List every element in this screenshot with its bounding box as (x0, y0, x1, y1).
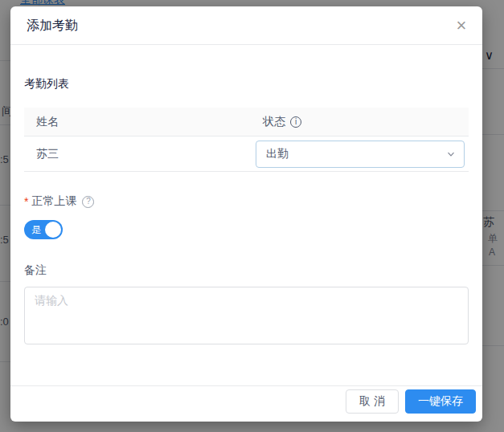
add-attendance-modal: 添加考勤 × 考勤列表 姓名 状态 i 苏三 出勤 (10, 6, 482, 422)
help-icon[interactable]: ? (82, 196, 94, 208)
modal-header: 添加考勤 × (10, 6, 482, 45)
normal-class-label: 正常上课 (31, 194, 76, 209)
close-icon[interactable]: × (452, 16, 471, 35)
chevron-down-icon (446, 149, 456, 159)
modal-body: 考勤列表 姓名 状态 i 苏三 出勤 (10, 45, 482, 347)
normal-class-field: * 正常上课 ? (24, 194, 469, 209)
student-name-cell: 苏三 (24, 147, 252, 161)
required-asterisk: * (24, 195, 28, 208)
remark-label: 备注 (24, 263, 469, 278)
toggle-knob (45, 222, 61, 238)
info-icon[interactable]: i (290, 116, 301, 128)
cancel-button[interactable]: 取 消 (346, 389, 399, 414)
toggle-on-label: 是 (31, 220, 41, 239)
column-header-name: 姓名 (24, 115, 252, 129)
remark-input[interactable] (24, 287, 469, 344)
column-header-status: 状态 i (252, 115, 469, 129)
attendance-table: 姓名 状态 i 苏三 出勤 (24, 108, 469, 172)
status-cell: 出勤 (252, 141, 469, 168)
table-header-row: 姓名 状态 i (24, 108, 469, 137)
modal-title: 添加考勤 (27, 18, 78, 32)
status-select[interactable]: 出勤 (256, 141, 465, 168)
normal-class-toggle[interactable]: 是 (24, 220, 63, 239)
modal-footer: 取 消 一键保存 (10, 385, 482, 422)
column-header-status-label: 状态 (263, 115, 285, 129)
table-row: 苏三 出勤 (24, 137, 469, 172)
attendance-list-title: 考勤列表 (24, 77, 469, 92)
save-button[interactable]: 一键保存 (405, 389, 476, 414)
status-select-value: 出勤 (266, 147, 289, 161)
